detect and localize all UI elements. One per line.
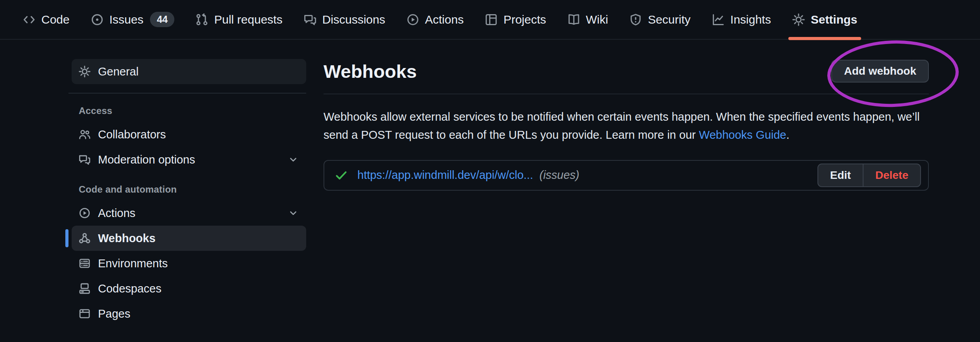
server-icon xyxy=(79,257,91,269)
tab-label: Issues xyxy=(109,13,144,26)
issues-count-badge: 44 xyxy=(150,12,174,27)
webhook-row: https://app.windmill.dev/api/w/clo... (i… xyxy=(324,160,929,191)
book-icon xyxy=(568,13,580,26)
tab-label: Projects xyxy=(503,13,546,26)
description-period: . xyxy=(786,129,790,141)
edit-webhook-button[interactable]: Edit xyxy=(818,164,863,186)
tab-actions[interactable]: Actions xyxy=(401,0,469,39)
tab-label: Discussions xyxy=(322,13,385,26)
add-webhook-button[interactable]: Add webhook xyxy=(831,60,929,83)
webhook-icon xyxy=(79,232,91,244)
people-icon xyxy=(79,129,91,140)
sidebar-item-general[interactable]: General xyxy=(72,59,306,84)
sidebar-item-environments[interactable]: Environments xyxy=(72,251,306,276)
tab-settings[interactable]: Settings xyxy=(787,0,863,39)
sidebar-item-pages[interactable]: Pages xyxy=(72,301,306,326)
play-icon xyxy=(407,13,419,26)
page-title: Webhooks xyxy=(324,61,417,82)
comment-discussion-icon xyxy=(79,154,91,165)
code-icon xyxy=(23,13,35,26)
browser-icon xyxy=(79,308,91,320)
chevron-down-icon xyxy=(288,208,298,218)
tab-code[interactable]: Code xyxy=(17,0,75,39)
sidebar-item-codespaces[interactable]: Codespaces xyxy=(72,276,306,301)
gear-icon xyxy=(79,66,91,77)
sidebar-section-access: Access xyxy=(79,105,306,116)
webhooks-guide-link[interactable]: Webhooks Guide xyxy=(699,129,786,141)
git-pull-request-icon xyxy=(196,13,208,26)
tab-label: Wiki xyxy=(586,13,608,26)
sidebar-item-moderation-options[interactable]: Moderation options xyxy=(72,147,306,172)
settings-sidebar: General Access Collaborators Moderation … xyxy=(65,59,306,326)
sidebar-item-actions[interactable]: Actions xyxy=(72,200,306,226)
sidebar-item-label: Webhooks xyxy=(98,232,155,245)
sidebar-item-label: General xyxy=(98,65,139,78)
tab-discussions[interactable]: Discussions xyxy=(298,0,391,39)
webhook-events: (issues) xyxy=(539,169,579,182)
tab-projects[interactable]: Projects xyxy=(479,0,551,39)
sidebar-item-webhooks[interactable]: Webhooks xyxy=(72,226,306,251)
tab-wiki[interactable]: Wiki xyxy=(562,0,614,39)
codespaces-icon xyxy=(79,283,91,294)
sidebar-item-collaborators[interactable]: Collaborators xyxy=(72,122,306,147)
tab-insights[interactable]: Insights xyxy=(706,0,777,39)
sidebar-item-label: Pages xyxy=(98,307,130,320)
description-text: Webhooks allow external services to be n… xyxy=(324,110,920,141)
sidebar-item-label: Moderation options xyxy=(98,153,195,166)
gear-icon xyxy=(792,13,805,26)
github-settings-webhooks-page: Code Issues 44 Pull requests Discussions xyxy=(0,0,980,342)
tab-issues[interactable]: Issues 44 xyxy=(85,0,180,39)
tab-label: Pull requests xyxy=(214,13,282,26)
tab-pull-requests[interactable]: Pull requests xyxy=(190,0,288,39)
repo-tab-nav: Code Issues 44 Pull requests Discussions xyxy=(0,0,980,40)
tab-label: Settings xyxy=(811,13,857,26)
table-icon xyxy=(485,13,497,26)
webhook-success-icon xyxy=(335,169,348,182)
tab-security[interactable]: Security xyxy=(624,0,696,39)
tab-label: Insights xyxy=(730,13,771,26)
chevron-down-icon xyxy=(288,154,298,165)
webhook-url-link[interactable]: https://app.windmill.dev/api/w/clo... xyxy=(357,169,533,182)
graph-icon xyxy=(712,13,725,26)
webhook-actions-group: Edit Delete xyxy=(817,164,921,187)
sidebar-item-label: Environments xyxy=(98,257,168,270)
sidebar-section-code-automation: Code and automation xyxy=(79,184,306,195)
play-icon xyxy=(79,207,91,219)
sidebar-item-label: Actions xyxy=(98,207,135,220)
sidebar-item-label: Collaborators xyxy=(98,128,166,141)
webhooks-description: Webhooks allow external services to be n… xyxy=(324,108,929,144)
sidebar-item-label: Codespaces xyxy=(98,282,161,295)
comment-discussion-icon xyxy=(304,13,316,26)
webhooks-header: Webhooks Add webhook xyxy=(324,60,929,94)
tab-label: Security xyxy=(648,13,690,26)
tab-label: Actions xyxy=(425,13,464,26)
delete-webhook-button[interactable]: Delete xyxy=(863,164,920,186)
webhooks-panel: Webhooks Add webhook Webhooks allow exte… xyxy=(324,60,929,191)
shield-icon xyxy=(629,13,642,26)
sidebar-divider xyxy=(68,93,306,94)
issue-opened-icon xyxy=(91,13,104,26)
tab-label: Code xyxy=(41,13,70,26)
